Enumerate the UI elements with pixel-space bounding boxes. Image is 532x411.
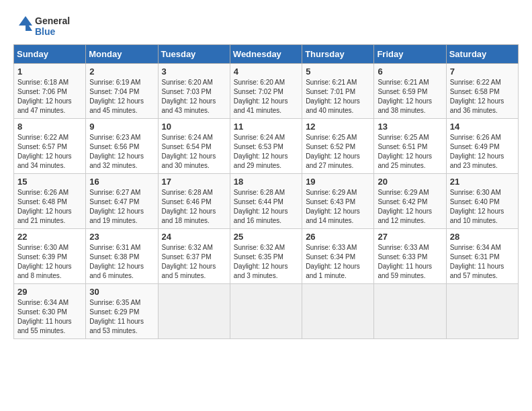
logo: GeneralBlue [13, 13, 74, 38]
calendar-week-2: 8Sunrise: 6:22 AM Sunset: 6:57 PM Daylig… [14, 119, 519, 174]
day-header-tuesday: Tuesday [158, 45, 230, 64]
day-detail: Sunrise: 6:30 AM Sunset: 6:40 PM Dayligh… [450, 188, 515, 226]
day-number: 11 [234, 122, 298, 132]
day-detail: Sunrise: 6:22 AM Sunset: 6:58 PM Dayligh… [450, 78, 515, 116]
day-number: 20 [378, 177, 442, 187]
page-header: GeneralBlue [13, 13, 519, 38]
day-number: 3 [162, 66, 226, 77]
day-detail: Sunrise: 6:20 AM Sunset: 7:02 PM Dayligh… [234, 78, 298, 116]
day-number: 24 [162, 232, 226, 242]
calendar-cell: 2Sunrise: 6:19 AM Sunset: 7:04 PM Daylig… [86, 64, 158, 119]
day-header-sunday: Sunday [14, 45, 86, 64]
calendar-cell: 14Sunrise: 6:26 AM Sunset: 6:49 PM Dayli… [446, 119, 518, 174]
calendar-cell: 30Sunrise: 6:35 AM Sunset: 6:29 PM Dayli… [86, 284, 158, 339]
day-detail: Sunrise: 6:29 AM Sunset: 6:42 PM Dayligh… [378, 188, 442, 226]
calendar-cell [158, 284, 230, 339]
day-detail: Sunrise: 6:26 AM Sunset: 6:49 PM Dayligh… [450, 133, 515, 171]
day-number: 19 [306, 177, 370, 187]
day-detail: Sunrise: 6:23 AM Sunset: 6:56 PM Dayligh… [89, 133, 154, 171]
day-detail: Sunrise: 6:18 AM Sunset: 7:06 PM Dayligh… [17, 78, 82, 116]
calendar-body: 1Sunrise: 6:18 AM Sunset: 7:06 PM Daylig… [14, 64, 519, 339]
calendar-cell: 10Sunrise: 6:24 AM Sunset: 6:54 PM Dayli… [158, 119, 230, 174]
calendar-cell: 25Sunrise: 6:32 AM Sunset: 6:35 PM Dayli… [230, 229, 302, 284]
day-number: 23 [89, 232, 154, 242]
day-detail: Sunrise: 6:30 AM Sunset: 6:39 PM Dayligh… [17, 243, 82, 281]
day-number: 12 [306, 122, 370, 132]
day-header-monday: Monday [86, 45, 158, 64]
calendar-cell: 13Sunrise: 6:25 AM Sunset: 6:51 PM Dayli… [374, 119, 446, 174]
day-number: 21 [450, 177, 515, 187]
calendar-cell [446, 284, 518, 339]
calendar-cell [230, 284, 302, 339]
day-number: 26 [306, 232, 370, 242]
calendar-cell: 16Sunrise: 6:27 AM Sunset: 6:47 PM Dayli… [86, 174, 158, 229]
calendar-table: SundayMondayTuesdayWednesdayThursdayFrid… [13, 44, 519, 339]
day-number: 8 [17, 122, 82, 132]
day-detail: Sunrise: 6:24 AM Sunset: 6:54 PM Dayligh… [162, 133, 226, 171]
day-number: 25 [234, 232, 298, 242]
day-number: 15 [17, 177, 82, 187]
day-detail: Sunrise: 6:27 AM Sunset: 6:47 PM Dayligh… [89, 188, 154, 226]
calendar-cell [374, 284, 446, 339]
day-detail: Sunrise: 6:28 AM Sunset: 6:46 PM Dayligh… [162, 188, 226, 226]
day-number: 22 [17, 232, 82, 242]
calendar-cell: 1Sunrise: 6:18 AM Sunset: 7:06 PM Daylig… [14, 64, 86, 119]
day-number: 29 [17, 287, 82, 297]
calendar-cell: 6Sunrise: 6:21 AM Sunset: 6:59 PM Daylig… [374, 64, 446, 119]
day-number: 16 [89, 177, 154, 187]
calendar-cell: 23Sunrise: 6:31 AM Sunset: 6:38 PM Dayli… [86, 229, 158, 284]
day-detail: Sunrise: 6:22 AM Sunset: 6:57 PM Dayligh… [17, 133, 82, 171]
day-detail: Sunrise: 6:20 AM Sunset: 7:03 PM Dayligh… [162, 78, 226, 116]
calendar-week-5: 29Sunrise: 6:34 AM Sunset: 6:30 PM Dayli… [14, 284, 519, 339]
days-header-row: SundayMondayTuesdayWednesdayThursdayFrid… [14, 45, 519, 64]
day-number: 6 [378, 66, 442, 77]
day-detail: Sunrise: 6:19 AM Sunset: 7:04 PM Dayligh… [89, 78, 154, 116]
day-detail: Sunrise: 6:32 AM Sunset: 6:35 PM Dayligh… [234, 243, 298, 281]
calendar-cell: 24Sunrise: 6:32 AM Sunset: 6:37 PM Dayli… [158, 229, 230, 284]
calendar-cell: 12Sunrise: 6:25 AM Sunset: 6:52 PM Dayli… [302, 119, 374, 174]
calendar-cell: 28Sunrise: 6:34 AM Sunset: 6:31 PM Dayli… [446, 229, 518, 284]
day-detail: Sunrise: 6:33 AM Sunset: 6:33 PM Dayligh… [378, 243, 442, 281]
calendar-cell: 22Sunrise: 6:30 AM Sunset: 6:39 PM Dayli… [14, 229, 86, 284]
day-detail: Sunrise: 6:21 AM Sunset: 7:01 PM Dayligh… [306, 78, 370, 116]
day-detail: Sunrise: 6:28 AM Sunset: 6:44 PM Dayligh… [234, 188, 298, 226]
svg-text:General: General [35, 15, 70, 26]
day-number: 9 [89, 122, 154, 132]
day-number: 27 [378, 232, 442, 242]
calendar-cell: 18Sunrise: 6:28 AM Sunset: 6:44 PM Dayli… [230, 174, 302, 229]
day-number: 1 [17, 66, 82, 77]
day-number: 30 [89, 287, 154, 297]
day-detail: Sunrise: 6:34 AM Sunset: 6:30 PM Dayligh… [17, 298, 82, 336]
calendar-cell: 3Sunrise: 6:20 AM Sunset: 7:03 PM Daylig… [158, 64, 230, 119]
calendar-cell: 26Sunrise: 6:33 AM Sunset: 6:34 PM Dayli… [302, 229, 374, 284]
calendar-cell: 19Sunrise: 6:29 AM Sunset: 6:43 PM Dayli… [302, 174, 374, 229]
day-number: 13 [378, 122, 442, 132]
calendar-cell: 20Sunrise: 6:29 AM Sunset: 6:42 PM Dayli… [374, 174, 446, 229]
calendar-week-1: 1Sunrise: 6:18 AM Sunset: 7:06 PM Daylig… [14, 64, 519, 119]
day-number: 5 [306, 66, 370, 77]
day-number: 14 [450, 122, 515, 132]
day-header-friday: Friday [374, 45, 446, 64]
calendar-cell: 29Sunrise: 6:34 AM Sunset: 6:30 PM Dayli… [14, 284, 86, 339]
calendar-cell: 9Sunrise: 6:23 AM Sunset: 6:56 PM Daylig… [86, 119, 158, 174]
calendar-cell: 11Sunrise: 6:24 AM Sunset: 6:53 PM Dayli… [230, 119, 302, 174]
calendar-week-4: 22Sunrise: 6:30 AM Sunset: 6:39 PM Dayli… [14, 229, 519, 284]
day-number: 7 [450, 66, 515, 77]
day-detail: Sunrise: 6:32 AM Sunset: 6:37 PM Dayligh… [162, 243, 226, 281]
day-number: 28 [450, 232, 515, 242]
svg-text:Blue: Blue [35, 26, 56, 37]
day-number: 2 [89, 66, 154, 77]
day-number: 10 [162, 122, 226, 132]
day-detail: Sunrise: 6:21 AM Sunset: 6:59 PM Dayligh… [378, 78, 442, 116]
day-header-thursday: Thursday [302, 45, 374, 64]
calendar-cell: 27Sunrise: 6:33 AM Sunset: 6:33 PM Dayli… [374, 229, 446, 284]
day-header-wednesday: Wednesday [230, 45, 302, 64]
day-header-saturday: Saturday [446, 45, 518, 64]
day-detail: Sunrise: 6:35 AM Sunset: 6:29 PM Dayligh… [89, 298, 154, 336]
day-detail: Sunrise: 6:25 AM Sunset: 6:52 PM Dayligh… [306, 133, 370, 171]
calendar-cell: 7Sunrise: 6:22 AM Sunset: 6:58 PM Daylig… [446, 64, 518, 119]
calendar-cell: 17Sunrise: 6:28 AM Sunset: 6:46 PM Dayli… [158, 174, 230, 229]
day-number: 4 [234, 66, 298, 77]
calendar-cell: 21Sunrise: 6:30 AM Sunset: 6:40 PM Dayli… [446, 174, 518, 229]
calendar-cell: 4Sunrise: 6:20 AM Sunset: 7:02 PM Daylig… [230, 64, 302, 119]
